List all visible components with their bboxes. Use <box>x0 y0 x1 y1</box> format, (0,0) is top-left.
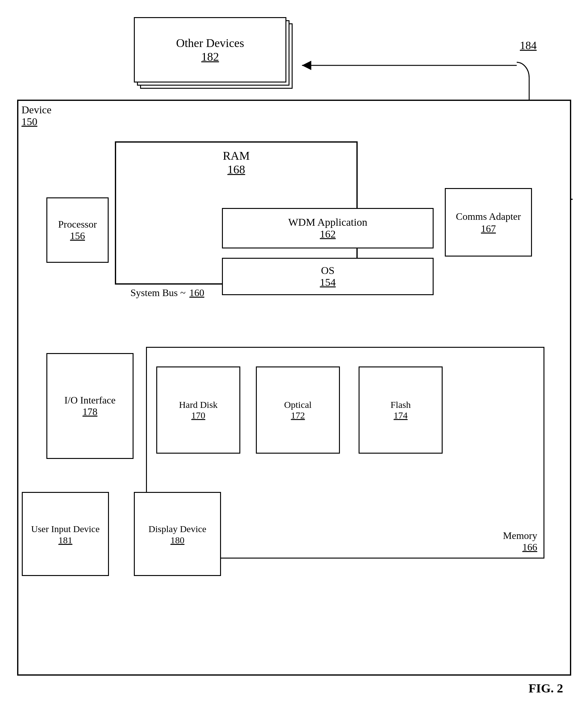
wdm-name: WDM Application <box>288 216 367 228</box>
harddisk-box: Hard Disk 170 <box>156 366 240 454</box>
system-bus-ref: 160 <box>189 287 204 298</box>
ram-name: RAM <box>223 149 250 163</box>
ram-box: RAM 168 WDM Application 162 OS 154 <box>115 141 358 285</box>
flash-box: Flash 174 <box>359 366 443 454</box>
os-name: OS <box>321 265 334 276</box>
ref-184-label: 184 <box>520 39 537 52</box>
flash-name: Flash <box>390 400 411 410</box>
os-box: OS 154 <box>222 258 434 295</box>
device-box: Device 150 RAM 168 WDM Application 162 O… <box>17 100 571 676</box>
optical-name: Optical <box>284 400 312 410</box>
memory-name: Memory <box>503 530 537 541</box>
display-box: Display Device 180 <box>134 492 221 576</box>
display-ref: 180 <box>171 535 184 545</box>
harddisk-ref: 170 <box>192 410 205 421</box>
system-bus-area: System Bus ~ 160 <box>130 287 204 299</box>
optical-ref: 172 <box>291 410 305 421</box>
memory-ref: 166 <box>503 541 537 553</box>
io-box: I/O Interface 178 <box>47 353 134 459</box>
memory-label: Memory 166 <box>503 530 537 553</box>
wdm-box: WDM Application 162 <box>222 208 434 248</box>
other-devices-name: Other Devices <box>151 36 269 50</box>
comms-name: Comms Adapter <box>456 210 521 223</box>
display-name: Display Device <box>148 523 206 535</box>
svg-marker-1 <box>302 61 311 70</box>
os-ref: 154 <box>320 276 336 288</box>
comms-box: Comms Adapter 167 <box>445 188 532 257</box>
io-name: I/O Interface <box>64 394 116 406</box>
diagram-container: Other Devices 182 184 Device 150 RAM 168… <box>0 0 588 708</box>
uid-name: User Input Device <box>31 523 99 535</box>
uid-box: User Input Device 181 <box>22 492 109 576</box>
ram-ref: 168 <box>223 163 250 176</box>
device-ref: 150 <box>22 116 51 128</box>
comms-ref: 167 <box>481 223 496 234</box>
fig-label: FIG. 2 <box>529 681 563 696</box>
other-devices-ref: 182 <box>151 50 269 63</box>
stack-paper-front: Other Devices 182 <box>134 17 286 83</box>
wdm-ref: 162 <box>320 228 336 240</box>
processor-name: Processor <box>58 218 97 230</box>
harddisk-name: Hard Disk <box>179 400 217 410</box>
processor-ref: 156 <box>70 230 85 242</box>
device-label: Device 150 <box>22 104 51 128</box>
processor-box: Processor 156 <box>47 197 109 263</box>
system-bus-label: System Bus ~ <box>130 287 185 298</box>
io-ref: 178 <box>83 406 97 417</box>
optical-box: Optical 172 <box>256 366 340 454</box>
uid-ref: 181 <box>59 535 72 545</box>
device-name: Device <box>22 104 51 116</box>
flash-ref: 174 <box>394 410 408 421</box>
